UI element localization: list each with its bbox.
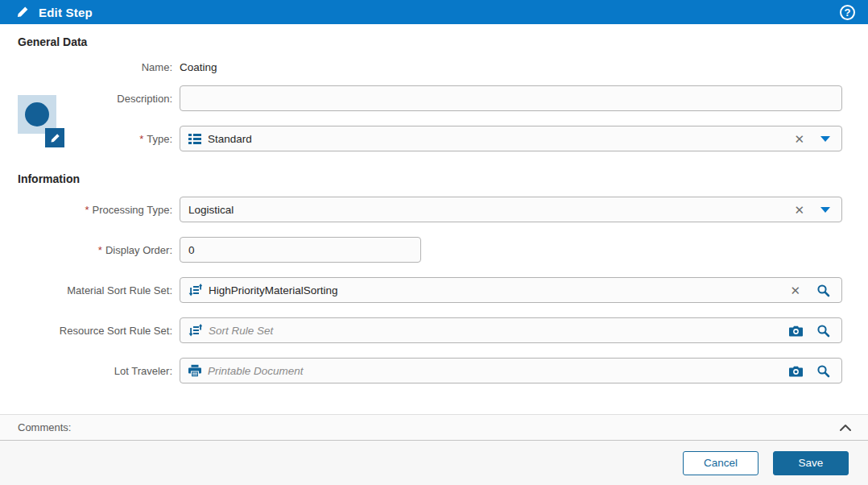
- processing-type-value: Logistical: [188, 204, 781, 216]
- clear-icon[interactable]: ✕: [787, 133, 811, 145]
- titlebar: Edit Step ?: [0, 0, 868, 24]
- chevron-down-icon[interactable]: [820, 207, 830, 213]
- search-icon[interactable]: [813, 324, 833, 338]
- clear-icon[interactable]: ✕: [787, 204, 811, 216]
- description-field: [180, 85, 842, 111]
- comments-label: Comments:: [18, 421, 71, 433]
- display-order-row: *Display Order:: [18, 237, 842, 263]
- lot-traveler-row: Lot Traveler:: [18, 358, 842, 383]
- required-marker: *: [139, 133, 143, 145]
- display-order-label: *Display Order:: [18, 244, 172, 256]
- required-marker: *: [85, 204, 89, 216]
- sort-rule-icon: [188, 284, 202, 296]
- lot-traveler-input[interactable]: [208, 365, 779, 377]
- description-row: Description:: [18, 85, 842, 111]
- type-combobox[interactable]: Standard ✕: [180, 126, 842, 151]
- section-general-data: General Data: [18, 35, 842, 48]
- name-row: Name: Coating: [18, 60, 842, 74]
- pencil-icon: [50, 133, 60, 143]
- description-input[interactable]: [188, 93, 833, 105]
- help-icon[interactable]: ?: [840, 5, 855, 20]
- dialog-footer: Cancel Save: [0, 441, 868, 485]
- type-row: *Type: Standard ✕: [18, 126, 842, 151]
- name-label: Name:: [18, 61, 172, 73]
- comments-section-toggle[interactable]: Comments:: [0, 414, 868, 441]
- search-icon[interactable]: [813, 364, 833, 378]
- step-icon: [18, 95, 68, 150]
- camera-icon[interactable]: [786, 365, 807, 377]
- resource-sort-row: Resource Sort Rule Set:: [18, 317, 842, 343]
- sort-rule-icon: [188, 324, 202, 337]
- cancel-button[interactable]: Cancel: [683, 451, 758, 475]
- display-order-field: [180, 237, 421, 263]
- material-sort-field: ✕: [180, 277, 842, 303]
- clear-icon[interactable]: ✕: [783, 284, 807, 296]
- lot-traveler-field: [180, 358, 842, 383]
- pencil-icon: [16, 6, 29, 19]
- camera-icon[interactable]: [786, 325, 807, 337]
- search-icon[interactable]: [813, 284, 833, 297]
- edit-step-dialog: Edit Step ? General Data Name: Coating D…: [0, 0, 868, 485]
- resource-sort-input[interactable]: [209, 325, 779, 337]
- edit-icon-button[interactable]: [45, 128, 64, 147]
- chevron-up-icon[interactable]: [839, 424, 852, 432]
- section-information: Information: [18, 172, 842, 185]
- processing-type-combobox[interactable]: Logistical ✕: [180, 197, 842, 222]
- resource-sort-field: [180, 317, 842, 343]
- material-sort-label: Material Sort Rule Set:: [18, 284, 172, 296]
- processing-type-row: *Processing Type: Logistical ✕: [18, 197, 842, 222]
- material-sort-input[interactable]: [209, 284, 777, 296]
- chevron-down-icon[interactable]: [820, 136, 830, 142]
- display-order-input[interactable]: [188, 244, 412, 256]
- material-sort-row: Material Sort Rule Set: ✕: [18, 277, 842, 303]
- name-value: Coating: [180, 61, 217, 73]
- lot-traveler-label: Lot Traveler:: [18, 365, 172, 377]
- required-marker: *: [98, 244, 102, 256]
- form-body: General Data Name: Coating Description:: [0, 24, 868, 414]
- list-icon: [188, 133, 201, 145]
- resource-sort-label: Resource Sort Rule Set:: [18, 325, 172, 337]
- printer-icon: [188, 364, 201, 377]
- type-value: Standard: [208, 133, 781, 145]
- processing-type-label: *Processing Type:: [18, 204, 172, 216]
- step-circle-icon: [25, 102, 49, 126]
- save-button[interactable]: Save: [773, 451, 849, 475]
- page-title: Edit Step: [39, 6, 93, 19]
